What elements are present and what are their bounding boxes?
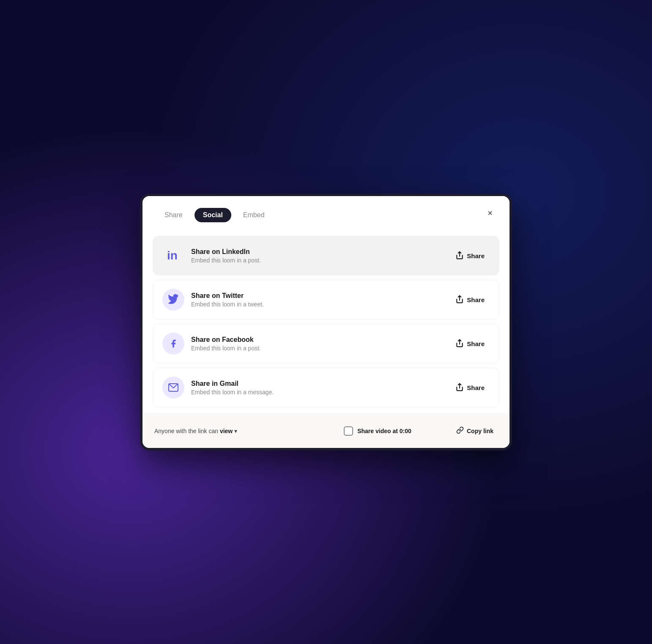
modal-container: × Share Social Embed in Share on LinkedI…: [140, 194, 512, 450]
linkedin-icon: in: [165, 248, 181, 264]
share-at-label: Share video at 0:00: [357, 428, 411, 434]
twitter-desc: Embed this loom in a tweet.: [191, 301, 444, 308]
permission-text: Anyone with the link can view ▾: [154, 428, 303, 434]
tab-embed[interactable]: Embed: [235, 208, 273, 222]
gmail-icon: [168, 383, 178, 392]
modal-body: in Share on LinkedIn Embed this loom in …: [142, 232, 510, 407]
linkedin-item: in Share on LinkedIn Embed this loom in …: [153, 236, 499, 276]
copy-link-button[interactable]: Copy link: [452, 423, 498, 439]
tab-social[interactable]: Social: [195, 208, 231, 222]
twitter-icon: [168, 294, 179, 305]
share-arrow-icon-facebook: [455, 339, 464, 349]
gmail-info: Share in Gmail Embed this loom in a mess…: [191, 380, 444, 396]
twitter-share-label: Share: [467, 296, 485, 303]
facebook-icon: [169, 338, 178, 349]
gmail-share-button[interactable]: Share: [450, 379, 490, 396]
twitter-item: Share on Twitter Embed this loom in a tw…: [153, 280, 499, 319]
twitter-icon-circle: [162, 289, 184, 311]
twitter-share-button[interactable]: Share: [450, 292, 490, 308]
gmail-item: Share in Gmail Embed this loom in a mess…: [153, 368, 499, 407]
facebook-item: Share on Facebook Embed this loom in a p…: [153, 324, 499, 363]
linkedin-title: Share on LinkedIn: [191, 248, 444, 256]
modal: × Share Social Embed in Share on LinkedI…: [142, 196, 510, 448]
copy-link-label: Copy link: [467, 428, 493, 434]
twitter-title: Share on Twitter: [191, 292, 444, 300]
permission-prefix: Anyone with the link can: [154, 428, 220, 434]
modal-footer: Anyone with the link can view ▾ Share vi…: [142, 413, 510, 448]
copy-link-icon: [456, 426, 464, 435]
facebook-title: Share on Facebook: [191, 336, 444, 344]
share-arrow-icon-twitter: [455, 295, 464, 305]
linkedin-share-label: Share: [467, 252, 485, 259]
facebook-share-button[interactable]: Share: [450, 336, 490, 352]
facebook-share-label: Share: [467, 340, 485, 347]
modal-header: × Share Social Embed: [142, 196, 510, 232]
close-icon: ×: [488, 208, 493, 218]
share-at-checkbox[interactable]: [344, 426, 353, 436]
facebook-icon-circle: [162, 333, 184, 355]
gmail-title: Share in Gmail: [191, 380, 444, 387]
share-arrow-icon-gmail: [455, 383, 464, 393]
linkedin-desc: Embed this loom in a post.: [191, 257, 444, 264]
gmail-desc: Embed this loom in a message.: [191, 389, 444, 396]
tab-share[interactable]: Share: [156, 208, 191, 222]
gmail-icon-circle: [162, 377, 184, 398]
close-button[interactable]: ×: [482, 205, 498, 221]
linkedin-share-button[interactable]: Share: [450, 248, 490, 264]
twitter-info: Share on Twitter Embed this loom in a tw…: [191, 292, 444, 308]
permission-dropdown-trigger[interactable]: view: [220, 428, 233, 434]
facebook-info: Share on Facebook Embed this loom in a p…: [191, 336, 444, 352]
share-at-time: Share video at 0:00: [303, 426, 452, 436]
linkedin-info: Share on LinkedIn Embed this loom in a p…: [191, 248, 444, 264]
gmail-share-label: Share: [467, 384, 485, 391]
tab-bar: Share Social Embed: [156, 208, 496, 232]
linkedin-icon-circle: in: [162, 245, 184, 267]
share-arrow-icon: [455, 251, 464, 261]
svg-text:in: in: [167, 249, 178, 262]
permission-caret-icon[interactable]: ▾: [234, 428, 237, 434]
facebook-desc: Embed this loom in a post.: [191, 345, 444, 352]
